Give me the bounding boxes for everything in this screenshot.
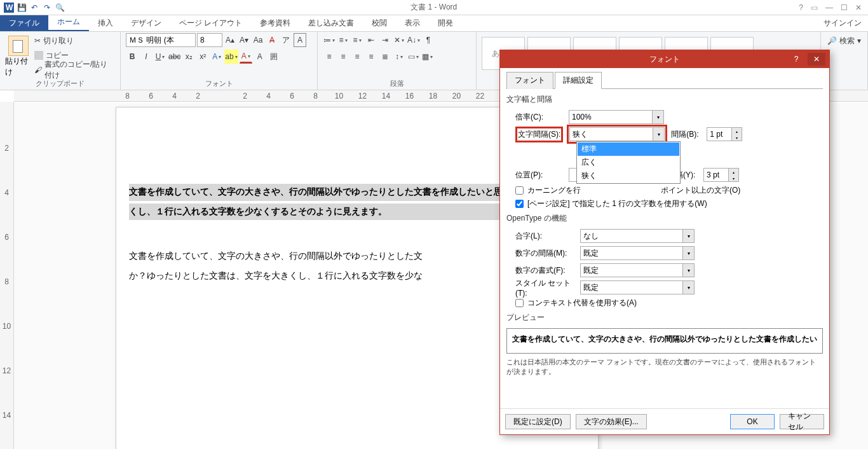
dialog-help-button[interactable]: ? [789,53,804,66]
cut-button[interactable]: ✂切り取り [34,34,115,47]
scale-select[interactable]: 100%▾ [569,110,664,124]
position-by-spinner[interactable]: 3 pt▴▾ [703,168,739,182]
numbering-button[interactable]: ≡ [337,33,349,47]
tab-developer[interactable]: 開発 [429,15,462,31]
font-name-combo[interactable]: ＭＳ 明朝 (本 [126,33,196,47]
grow-font-button[interactable]: A▴ [224,33,236,47]
font-size-combo[interactable]: 8 [197,33,222,47]
spacing-select[interactable]: 狭く▾ [569,127,665,141]
preview-label: プレビュー [506,312,823,323]
dialog-titlebar[interactable]: フォント ? ✕ [500,50,829,68]
spacing-by-spinner[interactable]: 1 pt▴▾ [707,127,742,141]
cancel-button[interactable]: キャンセル [780,414,824,429]
align-right-button[interactable]: ≡ [351,50,363,64]
undo-icon[interactable]: ↶ [29,3,39,13]
enclose-char-button[interactable]: A [294,33,306,47]
copy-icon [34,51,43,60]
borders-button[interactable]: ▦ [421,50,433,64]
tab-file[interactable]: ファイル [0,15,48,31]
char-border-button[interactable]: 囲 [268,50,280,64]
strike-button[interactable]: abc [168,50,181,64]
paste-button[interactable]: 貼り付け [5,33,32,78]
chevron-down-icon: ▾ [652,111,663,123]
scale-label: 倍率(C): [515,112,565,123]
dialog-note: これは日本語用の本文のテーマ フォントです。現在の文書のテーマによって、使用され… [506,357,823,376]
shading-button[interactable]: ▭ [407,50,419,64]
justify-button[interactable]: ≡ [365,50,377,64]
align-center-button[interactable]: ≡ [337,50,349,64]
contextual-alt-checkbox[interactable]: コンテキスト代替を使用する(A) [515,298,823,308]
save-icon[interactable]: 💾 [17,3,27,13]
window-title: 文書 1 - Word [69,2,799,13]
tab-mailings[interactable]: 差し込み文書 [299,15,363,31]
indent-button[interactable]: ⇥ [379,33,391,47]
position-label: 位置(P): [515,170,565,181]
close-icon[interactable]: ✕ [855,3,862,12]
paste-icon [8,36,29,56]
find-button[interactable]: 🔎検索 ▾ [827,34,861,47]
outdent-button[interactable]: ⇤ [365,33,377,47]
dialog-tab-advanced[interactable]: 詳細設定 [555,72,602,89]
tab-home[interactable]: ホーム [48,14,89,31]
font-group-label: フォント [126,78,312,90]
tab-review[interactable]: 校閲 [363,15,396,31]
text-effects-button[interactable]: A [210,50,223,64]
tab-view[interactable]: 表示 [396,15,429,31]
show-marks-button[interactable]: ¶ [422,33,435,47]
spacing-option-expanded[interactable]: 広く [578,156,679,169]
tab-design[interactable]: デザイン [122,15,170,31]
tab-references[interactable]: 参考資料 [251,15,299,31]
bullets-button[interactable]: ≔ [323,33,336,47]
sort-button[interactable]: A↓ [407,33,421,47]
help-icon[interactable]: ? [799,3,803,12]
spacing-label: 文字間隔(S): [518,130,560,139]
maximize-icon[interactable]: ☐ [841,3,848,12]
tab-layout[interactable]: ページ レイアウト [170,15,251,31]
redo-icon[interactable]: ↷ [42,3,52,13]
spacing-by-label: 間隔(B): [671,129,703,140]
use-grid-checkbox[interactable]: [ページ設定] で指定した 1 行の文字数を使用する(W) [515,198,823,209]
text-effects-button[interactable]: 文字の効果(E)... [576,414,647,429]
line-spacing-button[interactable]: ↕ [393,50,405,64]
vertical-ruler[interactable]: 2468101214 [0,102,14,449]
char-shading-button[interactable]: A [254,50,266,64]
underline-button[interactable]: U [154,50,166,64]
subscript-button[interactable]: x₂ [182,50,195,64]
clipboard-group-label: クリップボード [5,78,115,90]
shrink-font-button[interactable]: A▾ [238,33,250,47]
distribute-button[interactable]: ≣ [379,50,391,64]
change-case-button[interactable]: Aa [252,33,264,47]
number-spacing-label: 数字の間隔(M): [515,248,576,259]
font-color-button[interactable]: A [240,50,252,64]
ligatures-select[interactable]: なし▾ [580,229,695,243]
multilevel-button[interactable]: ≡ [351,33,363,47]
ribbon-opts-icon[interactable]: ▭ [811,3,818,12]
word-icon: W [4,3,14,13]
italic-button[interactable]: I [140,50,153,64]
tab-insert[interactable]: 挿入 [89,15,122,31]
dialog-tab-font[interactable]: フォント [506,72,553,89]
set-default-button[interactable]: 既定に設定(D) [505,414,571,429]
align-left-button[interactable]: ≡ [323,50,336,64]
svg-text:W: W [6,3,13,12]
format-painter-button[interactable]: 🖌書式のコピー/貼り付け [34,64,115,76]
number-forms-select[interactable]: 既定▾ [580,263,695,277]
spacing-option-standard[interactable]: 標準 [578,142,679,156]
minimize-icon[interactable]: — [825,3,833,12]
paste-label: 貼り付け [5,56,32,78]
preview-icon[interactable]: 🔍 [55,3,65,13]
number-spacing-select[interactable]: 既定▾ [580,246,695,260]
stylistic-sets-select[interactable]: 既定▾ [580,280,695,294]
superscript-button[interactable]: x² [196,50,209,64]
asian-layout-button[interactable]: ✕ [393,33,405,47]
highlight-button[interactable]: ab [224,50,238,64]
phonetic-button[interactable]: ア [280,33,292,47]
number-forms-label: 数字の書式(F): [515,265,576,276]
clear-format-button[interactable]: A̶ [266,33,278,47]
kerning-checkbox[interactable]: カーニングを行ポイント以上の文字(O) [515,185,823,196]
dialog-close-button[interactable]: ✕ [808,53,825,66]
spacing-option-condensed[interactable]: 狭く [578,169,679,183]
ok-button[interactable]: OK [730,414,775,429]
bold-button[interactable]: B [126,50,139,64]
signin-link[interactable]: サインイン [817,15,868,31]
